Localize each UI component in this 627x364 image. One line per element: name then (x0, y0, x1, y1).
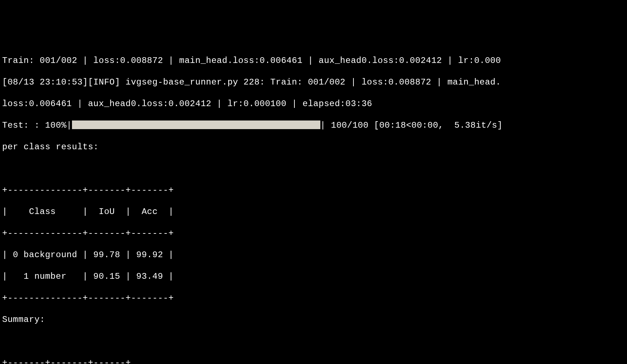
progress-bar (72, 120, 320, 129)
log-line-info-train: [08/13 23:10:53][INFO] ivgseg-base_runne… (2, 77, 625, 88)
summary-label: Summary: (2, 314, 625, 325)
terminal-output[interactable]: Train: 001/002 | loss:0.008872 | main_he… (2, 45, 625, 364)
table1-header: | Class | IoU | Acc | (2, 206, 625, 217)
progress-suffix: | 100/100 [00:18<00:00, 5.38it/s] (320, 120, 503, 130)
table1-border-top: +--------------+-------+-------+ (2, 185, 625, 196)
log-line-info-train-cont: loss:0.006461 | aux_head0.loss:0.002412 … (2, 99, 625, 109)
blank-line (2, 163, 625, 174)
per-class-label: per class results: (2, 142, 625, 153)
table2-border-top: +-------+-------+------+ (2, 358, 625, 364)
blank-line-2 (2, 336, 625, 347)
progress-line: Test: : 100%|| 100/100 [00:18<00:00, 5.3… (2, 120, 625, 131)
log-line-train: Train: 001/002 | loss:0.008872 | main_he… (2, 55, 625, 66)
table1-border-bottom: +--------------+-------+-------+ (2, 293, 625, 304)
table1-border-mid: +--------------+-------+-------+ (2, 228, 625, 239)
table1-row2: | 1 number | 90.15 | 93.49 | (2, 271, 625, 282)
table1-row1: | 0 background | 99.78 | 99.92 | (2, 250, 625, 260)
progress-prefix: Test: : 100%| (2, 120, 72, 130)
